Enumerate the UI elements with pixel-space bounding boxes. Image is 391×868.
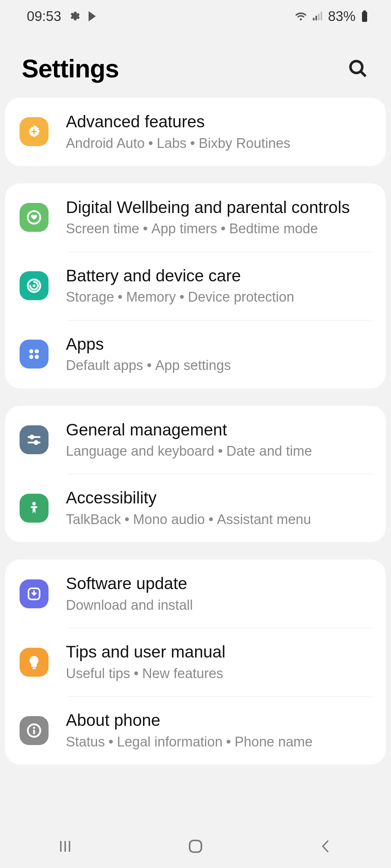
settings-row-advanced-features[interactable]: Advanced featuresAndroid Auto•Labs•Bixby… xyxy=(5,98,386,166)
page-title: Settings xyxy=(22,54,119,83)
row-subtitle: Status•Legal information•Phone name xyxy=(66,733,371,751)
separator-dot: • xyxy=(143,220,148,238)
info-icon xyxy=(20,716,49,745)
separator-dot: • xyxy=(190,135,195,152)
back-button[interactable] xyxy=(297,832,355,861)
plus-gear-icon xyxy=(20,117,49,146)
row-title: Apps xyxy=(66,334,371,355)
separator-dot: • xyxy=(218,442,223,460)
care-icon xyxy=(20,271,49,300)
row-subtitle-item: Bixby Routines xyxy=(199,136,290,151)
status-time: 09:53 xyxy=(27,9,61,24)
settings-row-general-management[interactable]: General managementLanguage and keyboard•… xyxy=(5,406,386,474)
settings-row-apps[interactable]: AppsDefault apps•App settings xyxy=(5,320,386,388)
row-title: Digital Wellbeing and parental controls xyxy=(66,197,371,218)
row-subtitle-item: Language and keyboard xyxy=(66,443,214,459)
row-subtitle: Language and keyboard•Date and time xyxy=(66,442,371,460)
row-title: Accessibility xyxy=(66,488,371,509)
row-title: Battery and device care xyxy=(66,265,371,286)
separator-dot: • xyxy=(180,288,184,306)
row-subtitle: Android Auto•Labs•Bixby Routines xyxy=(66,135,371,152)
battery-icon xyxy=(360,10,369,22)
row-subtitle-item: App settings xyxy=(155,358,231,373)
row-title: About phone xyxy=(66,710,371,731)
settings-row-digital-wellbeing[interactable]: Digital Wellbeing and parental controlsS… xyxy=(5,183,386,252)
search-icon xyxy=(348,59,368,79)
settings-header: Settings xyxy=(0,33,391,98)
row-subtitle: Download and install xyxy=(66,596,371,614)
row-subtitle-item: Legal information xyxy=(117,734,223,749)
svg-rect-25 xyxy=(190,841,201,852)
separator-dot: • xyxy=(209,511,213,528)
gear-icon xyxy=(68,10,80,22)
row-subtitle: Default apps•App settings xyxy=(66,357,371,374)
row-text: Software updateDownload and install xyxy=(66,573,371,614)
battery-percent: 83% xyxy=(328,9,356,24)
svg-line-4 xyxy=(361,71,366,76)
row-title: Tips and user manual xyxy=(66,642,371,663)
play-store-icon xyxy=(87,10,99,22)
row-text: Advanced featuresAndroid Auto•Labs•Bixby… xyxy=(66,111,371,152)
settings-group: Digital Wellbeing and parental controlsS… xyxy=(5,183,386,388)
update-icon xyxy=(20,579,49,608)
separator-dot: • xyxy=(148,135,153,152)
row-subtitle-item: Bedtime mode xyxy=(229,221,318,236)
svg-point-3 xyxy=(350,61,362,73)
svg-point-11 xyxy=(35,355,39,359)
row-text: Digital Wellbeing and parental controlsS… xyxy=(66,197,371,238)
row-subtitle-item: New features xyxy=(142,666,223,681)
navigation-bar xyxy=(0,825,391,868)
row-text: Tips and user manualUseful tips•New feat… xyxy=(66,642,371,682)
row-subtitle-item: Android Auto xyxy=(66,136,145,151)
home-button[interactable] xyxy=(167,832,224,861)
person-icon xyxy=(20,494,49,523)
svg-point-7 xyxy=(33,284,35,287)
settings-row-accessibility[interactable]: AccessibilityTalkBack•Mono audio•Assista… xyxy=(5,474,386,542)
svg-point-9 xyxy=(35,349,39,354)
row-subtitle-item: Screen time xyxy=(66,221,139,236)
row-subtitle-item: Default apps xyxy=(66,358,143,373)
wellbeing-icon xyxy=(20,203,49,232)
row-subtitle: Useful tips•New features xyxy=(66,665,371,682)
row-subtitle-item: Storage xyxy=(66,289,114,305)
row-subtitle-item: App timers xyxy=(151,221,217,236)
separator-dot: • xyxy=(118,288,122,306)
status-bar: 09:53 83% xyxy=(0,0,391,33)
row-text: AppsDefault apps•App settings xyxy=(66,334,371,375)
row-subtitle-item: Mono audio xyxy=(133,512,205,527)
row-subtitle-item: TalkBack xyxy=(66,512,121,527)
separator-dot: • xyxy=(147,357,151,374)
settings-group: General managementLanguage and keyboard•… xyxy=(5,406,386,542)
separator-dot: • xyxy=(221,220,226,238)
separator-dot: • xyxy=(109,733,113,751)
recents-button[interactable] xyxy=(36,832,94,861)
settings-row-device-care[interactable]: Battery and device careStorage•Memory•De… xyxy=(5,252,386,320)
settings-list[interactable]: Advanced featuresAndroid Auto•Labs•Bixby… xyxy=(0,98,391,825)
svg-point-16 xyxy=(32,502,36,506)
settings-row-software-update[interactable]: Software updateDownload and install xyxy=(5,559,386,628)
svg-point-10 xyxy=(29,355,34,359)
bulb-icon xyxy=(20,648,49,677)
svg-point-15 xyxy=(35,441,38,444)
settings-group: Software updateDownload and installTips … xyxy=(5,559,386,765)
row-subtitle-item: Date and time xyxy=(226,443,312,459)
row-subtitle-item: Phone name xyxy=(235,734,313,749)
svg-point-14 xyxy=(30,435,33,438)
row-title: Software update xyxy=(66,573,371,594)
settings-group: Advanced featuresAndroid Auto•Labs•Bixby… xyxy=(5,98,386,166)
row-subtitle: Screen time•App timers•Bedtime mode xyxy=(66,220,371,238)
svg-rect-18 xyxy=(32,668,36,669)
row-text: Battery and device careStorage•Memory•De… xyxy=(66,265,371,306)
svg-rect-21 xyxy=(33,729,35,734)
settings-row-tips[interactable]: Tips and user manualUseful tips•New feat… xyxy=(5,628,386,696)
row-subtitle-item: Device protection xyxy=(188,289,294,305)
row-subtitle-item: Download and install xyxy=(66,597,193,613)
row-text: General managementLanguage and keyboard•… xyxy=(66,420,371,460)
apps-icon xyxy=(20,340,49,369)
settings-row-about-phone[interactable]: About phoneStatus•Legal information•Phon… xyxy=(5,696,386,765)
search-button[interactable] xyxy=(347,58,369,80)
row-subtitle-item: Labs xyxy=(157,136,186,151)
svg-rect-1 xyxy=(363,10,366,12)
wifi-icon xyxy=(295,10,307,22)
row-title: Advanced features xyxy=(66,111,371,132)
